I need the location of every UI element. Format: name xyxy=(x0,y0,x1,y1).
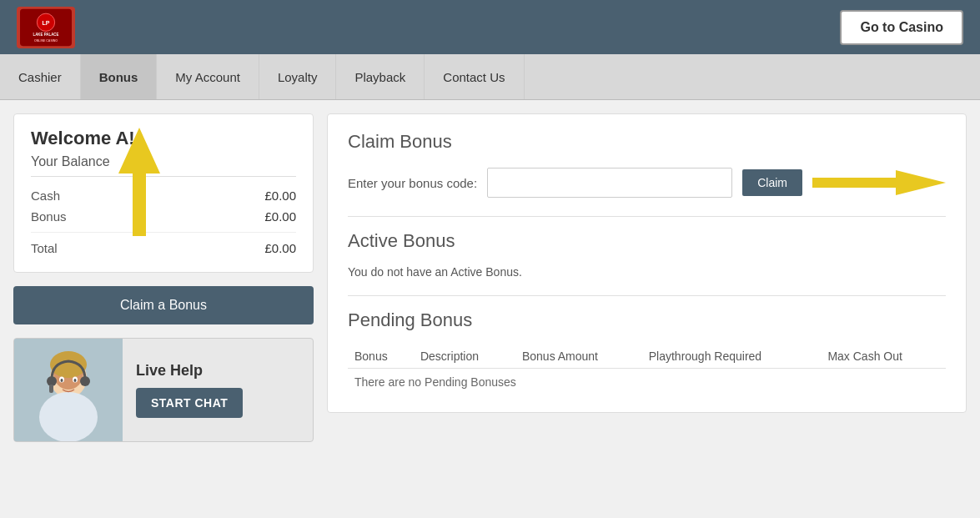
right-panel: Claim Bonus Enter your bonus code: Claim… xyxy=(327,113,967,413)
live-help-box: Live Help START CHAT xyxy=(13,338,314,442)
svg-point-9 xyxy=(50,351,87,378)
pending-bonus-table: Bonus Description Bonus Amount Playthrou… xyxy=(348,344,946,395)
svg-text:ONLINE CASINO: ONLINE CASINO xyxy=(34,38,58,42)
logo-box: LP LAKE PALACE ONLINE CASINO xyxy=(17,7,75,48)
header: LP LAKE PALACE ONLINE CASINO Go to Casin… xyxy=(0,0,980,54)
col-header-max-cash-out: Max Cash Out xyxy=(821,344,946,369)
no-pending-bonuses-text: There are no Pending Bonuses xyxy=(348,369,946,396)
balance-heading: Your Balance xyxy=(31,154,296,177)
left-panel: Welcome A! Your Balance Cash £0.00 Bonus… xyxy=(13,113,314,442)
live-help-agent-image xyxy=(14,338,123,442)
logo-image: LP LAKE PALACE ONLINE CASINO xyxy=(17,7,75,48)
nav-item-contact-us[interactable]: Contact Us xyxy=(425,54,524,99)
right-arrow-annotation xyxy=(812,166,946,199)
svg-text:LP: LP xyxy=(42,20,49,27)
claim-button[interactable]: Claim xyxy=(742,169,802,196)
col-header-bonus: Bonus xyxy=(348,344,414,369)
total-balance-row: Total £0.00 xyxy=(31,238,296,259)
balance-divider xyxy=(31,232,296,233)
cash-balance-row: Cash £0.00 xyxy=(31,185,296,206)
bonus-balance-row: Bonus £0.00 xyxy=(31,206,296,227)
svg-point-10 xyxy=(39,392,98,442)
nav-bar: Cashier Bonus My Account Loyalty Playbac… xyxy=(0,54,980,100)
active-bonus-section: Active Bonus You do not have an Active B… xyxy=(348,230,946,279)
nav-item-playback[interactable]: Playback xyxy=(336,54,425,99)
nav-item-my-account[interactable]: My Account xyxy=(157,54,259,99)
svg-point-16 xyxy=(61,379,63,382)
svg-point-12 xyxy=(80,376,90,386)
cash-label: Cash xyxy=(31,189,60,203)
total-value: £0.00 xyxy=(264,241,296,255)
svg-point-17 xyxy=(74,379,77,382)
main-content: Welcome A! Your Balance Cash £0.00 Bonus… xyxy=(0,100,980,455)
svg-marker-18 xyxy=(812,170,946,195)
bonus-code-input[interactable] xyxy=(487,168,732,198)
bonus-value: £0.00 xyxy=(264,209,296,224)
bonus-code-label: Enter your bonus code: xyxy=(348,176,477,190)
welcome-title: Welcome A! xyxy=(31,128,296,149)
section-divider-1 xyxy=(348,216,946,217)
nav-item-bonus[interactable]: Bonus xyxy=(81,54,158,99)
active-bonus-text: You do not have an Active Bonus. xyxy=(348,265,946,279)
bonus-code-row: Enter your bonus code: Claim xyxy=(348,166,946,199)
welcome-box: Welcome A! Your Balance Cash £0.00 Bonus… xyxy=(13,113,314,273)
no-pending-bonuses-row: There are no Pending Bonuses xyxy=(348,369,946,396)
section-divider-2 xyxy=(348,295,946,296)
nav-item-loyalty[interactable]: Loyalty xyxy=(259,54,337,99)
cash-value: £0.00 xyxy=(264,189,296,203)
bonus-label: Bonus xyxy=(31,209,67,224)
total-label: Total xyxy=(31,241,58,255)
claim-a-bonus-button[interactable]: Claim a Bonus xyxy=(13,286,314,324)
live-help-content: Live Help START CHAT xyxy=(123,354,256,426)
col-header-bonus-amount: Bonus Amount xyxy=(515,344,642,369)
nav-item-cashier[interactable]: Cashier xyxy=(0,54,81,99)
live-help-title: Live Help xyxy=(136,362,243,380)
claim-bonus-title: Claim Bonus xyxy=(348,131,946,153)
svg-rect-13 xyxy=(49,385,53,393)
active-bonus-title: Active Bonus xyxy=(348,230,946,252)
pending-bonus-title: Pending Bonus xyxy=(348,309,946,331)
start-chat-button[interactable]: START CHAT xyxy=(136,388,243,418)
col-header-playthrough: Playthrough Required xyxy=(642,344,822,369)
claim-bonus-section: Claim Bonus Enter your bonus code: Claim xyxy=(348,131,946,199)
pending-bonus-section: Pending Bonus Bonus Description Bonus Am… xyxy=(348,309,946,395)
col-header-description: Description xyxy=(414,344,515,369)
svg-text:LAKE PALACE: LAKE PALACE xyxy=(33,32,58,36)
go-to-casino-button[interactable]: Go to Casino xyxy=(840,10,963,45)
